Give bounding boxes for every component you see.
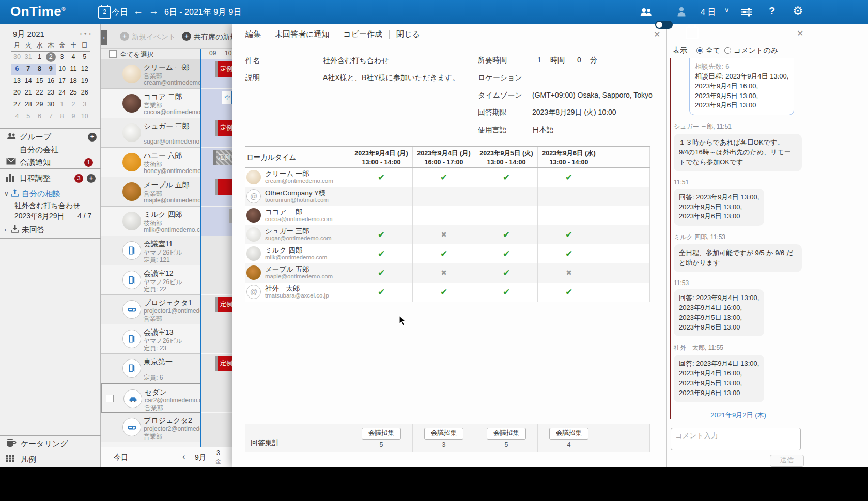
calendar-day[interactable]: 8 <box>56 111 68 123</box>
calendar-day[interactable]: 22 <box>34 87 45 99</box>
calendar-day-selected[interactable]: 6 <box>11 64 23 75</box>
send-button[interactable]: 送信 <box>770 455 804 467</box>
calendar-day[interactable]: 5 <box>79 52 90 64</box>
sidebar-item-legend[interactable]: 凡例 <box>0 454 101 466</box>
calendar-day[interactable]: 16 <box>45 75 56 87</box>
chevron-right-icon[interactable]: › <box>4 226 6 233</box>
calendar-day[interactable]: 31 <box>23 52 34 64</box>
comment-thread[interactable]: 相談先数: 6相談日程: 2023年9月4日 13:00, 2023年9月4日 … <box>670 58 803 419</box>
calendar-day[interactable]: 28 <box>23 99 34 111</box>
event-block-tentative[interactable]: 定例 <box>213 150 233 165</box>
language-label[interactable]: 使用言語 <box>478 126 507 135</box>
calendar-day[interactable]: 30 <box>11 52 23 64</box>
next-arrow-icon[interactable]: → <box>149 6 159 17</box>
calendar-day[interactable]: 18 <box>68 75 79 87</box>
create-copy-button[interactable]: コピー作成 <box>343 29 382 39</box>
person-icon[interactable] <box>677 7 686 19</box>
event-block[interactable]: 定例 <box>215 297 233 312</box>
calendar-day[interactable]: 15 <box>34 75 45 87</box>
calendar-day[interactable]: 4 <box>11 111 23 123</box>
invite-button[interactable]: 会議招集 <box>487 428 526 440</box>
calendar-day[interactable]: 25 <box>68 87 79 99</box>
calendar-day[interactable]: 14 <box>23 75 34 87</box>
help-icon[interactable]: ? <box>769 5 775 17</box>
calendar-day[interactable]: 29 <box>34 99 45 111</box>
today-button[interactable]: 今日 <box>112 7 128 18</box>
filter-all-radio[interactable] <box>696 47 703 54</box>
event-block[interactable]: 定例 <box>215 120 233 136</box>
calendar-day[interactable]: 10 <box>79 111 90 123</box>
calendar-day[interactable]: 1 <box>56 99 68 111</box>
sidebar-item-groups[interactable]: グループ + <box>0 132 101 144</box>
invite-button[interactable]: 会議招集 <box>362 428 401 440</box>
edit-button[interactable]: 編集 <box>245 29 261 39</box>
calendar-day[interactable]: 12 <box>79 64 90 75</box>
filter-comments-only-label[interactable]: コメントのみ <box>734 46 778 55</box>
calendar-day[interactable]: 19 <box>79 75 90 87</box>
calendar-day-selected[interactable]: 8 <box>34 64 45 75</box>
row-checkbox[interactable] <box>106 395 114 402</box>
sidebar-item-unanswered[interactable]: › 未回答 <box>0 225 101 237</box>
event-block[interactable] <box>215 179 233 195</box>
calendar-day[interactable]: 27 <box>11 99 23 111</box>
calendar-day[interactable]: 7 <box>45 111 56 123</box>
chevron-right-icon[interactable]: › <box>89 29 93 37</box>
calendar-day[interactable]: 3 <box>56 52 68 64</box>
view-label[interactable]: 4 日 <box>701 7 716 18</box>
bottom-today-button[interactable]: 今日 <box>114 453 128 462</box>
new-event-button[interactable]: 新規イベント <box>132 33 176 42</box>
calendar-day[interactable]: 26 <box>79 87 90 99</box>
today-calendar-icon[interactable]: 2 <box>98 6 111 19</box>
sidebar-item-company[interactable]: 自分の会社 <box>0 145 101 157</box>
calendar-day[interactable]: 1 <box>34 52 45 64</box>
vacant-block[interactable]: 空 <box>222 91 232 104</box>
filter-sliders-icon[interactable] <box>741 8 752 19</box>
add-group-button[interactable]: + <box>88 133 97 142</box>
notify-unanswered-button[interactable]: 未回答者に通知 <box>275 29 329 39</box>
chevron-down-icon[interactable]: ∨ <box>4 190 9 197</box>
column-header[interactable]: 2023年9月4日 (月)16:00 - 17:00 <box>413 147 475 167</box>
event-block[interactable] <box>229 209 233 223</box>
event-block[interactable]: 定例 <box>215 61 233 77</box>
calendar-day[interactable]: 6 <box>34 111 45 123</box>
calendar-day-selected[interactable]: 7 <box>23 64 34 75</box>
mini-calendar-nav[interactable]: ‹●› <box>80 29 93 37</box>
gear-icon[interactable]: ⚙ <box>793 4 803 18</box>
sidebar-item-my-consult[interactable]: ∨ 自分の相談 <box>0 189 101 201</box>
chevron-left-icon[interactable]: ‹ <box>80 29 84 37</box>
calendar-day-today[interactable]: 2 <box>45 52 56 64</box>
column-header[interactable]: 2023年9月6日 (水)13:00 - 14:00 <box>538 147 600 167</box>
chevron-down-icon[interactable]: ∨ <box>724 6 730 14</box>
group-personal-toggle[interactable] <box>655 21 673 29</box>
view-calendar-icon[interactable] <box>686 27 699 39</box>
calendar-day[interactable]: 20 <box>11 87 23 99</box>
sidebar-item-meeting-notices[interactable]: 会議通知 1 <box>0 157 101 169</box>
select-all-checkbox[interactable] <box>109 50 117 58</box>
close-button[interactable]: 閉じる <box>396 29 420 39</box>
column-header[interactable]: 2023年9月5日 (火)13:00 - 14:00 <box>475 147 538 167</box>
event-block[interactable]: 定例 <box>215 356 233 371</box>
calendar-day[interactable]: 17 <box>56 75 68 87</box>
calendar-day[interactable]: 13 <box>11 75 23 87</box>
sidebar-item-catering[interactable]: ケータリング <box>0 439 101 451</box>
people-group-icon[interactable] <box>639 7 653 19</box>
calendar-day[interactable]: 2 <box>68 99 79 111</box>
comment-input[interactable] <box>671 428 801 450</box>
calendar-day-selected[interactable]: 9 <box>45 64 56 75</box>
calendar-day[interactable]: 3 <box>79 99 90 111</box>
close-icon[interactable]: ✕ <box>654 29 660 39</box>
calendar-day[interactable]: 23 <box>45 87 56 99</box>
invite-button[interactable]: 会議招集 <box>549 428 588 440</box>
close-icon[interactable]: ✕ <box>797 28 803 38</box>
filter-all-label[interactable]: 全て <box>706 46 720 55</box>
calendar-day[interactable]: 30 <box>45 99 56 111</box>
calendar-day[interactable]: 9 <box>68 111 79 123</box>
prev-arrow-icon[interactable]: ← <box>133 6 143 17</box>
sidebar-item-schedule-adjust[interactable]: 日程調整 3 + <box>0 173 101 185</box>
column-header[interactable]: 2023年9月4日 (月)13:00 - 14:00 <box>350 147 413 167</box>
calendar-day[interactable]: 21 <box>23 87 34 99</box>
calendar-day[interactable]: 4 <box>68 52 79 64</box>
new-shared-reservation-button[interactable]: 共有席の新規予約 <box>194 33 233 42</box>
calendar-day[interactable]: 5 <box>23 111 34 123</box>
collapse-panel-tab[interactable]: ‹ <box>101 30 107 45</box>
